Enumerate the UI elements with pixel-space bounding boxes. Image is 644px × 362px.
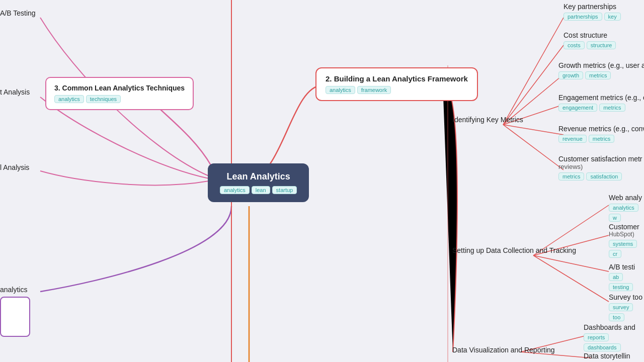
survey-tools-node: Survey too survey too [609,293,644,321]
mind-map-canvas: Lean Analytics analytics lean startup 2.… [0,0,644,362]
customer-crm-tags: systems cr [609,240,644,258]
tag-metrics-rev: metrics [589,135,614,143]
tag-costs: costs [564,41,585,49]
tag-w: w [609,214,621,222]
identifying-metrics-node: Identifying Key Metrics [452,116,523,124]
tag-key: key [604,13,621,21]
funnel-analysis-title: l Analysis [0,163,29,171]
tag-metrics-csat: metrics [558,172,584,180]
data-viz-node: Data Visualization and Reporting [452,346,555,354]
tag-revenue: revenue [558,135,587,143]
tag-dashboards: dashboards [584,343,621,351]
identifying-metrics-title: Identifying Key Metrics [452,116,523,124]
ab-testing-right-node: A/B testi ab testing [609,263,644,291]
engagement-metrics-node: Engagement metrics (e.g., c engagement m… [558,94,644,112]
tag-satisfaction: satisfaction [586,172,622,180]
framework-node-title: 2. Building a Lean Analytics Framework [326,74,468,83]
svg-line-10 [533,255,609,272]
cohort-analysis-node: t Analysis [0,88,30,96]
growth-metrics-title: Growth metrics (e.g., user a [558,61,644,69]
connections-svg [0,0,644,362]
svg-line-3 [503,45,564,125]
ab-testing-left-title: A/B Testing [0,9,36,17]
web-analytics-node: Web analy analytics w [609,194,644,222]
center-node-title: Lean Analytics [220,171,297,182]
tag-partnerships: partnerships [564,13,602,21]
customer-crm-node: Customer HubSpot) systems cr [609,223,644,258]
dashboards-title: Dashboards and [584,323,644,331]
setting-up-node: Setting up Data Collection and Tracking [452,246,576,254]
survey-tools-tags: survey too [609,303,644,321]
tag-techniques: techniques [86,95,121,103]
lean-analytics-left-title: analytics [0,286,30,294]
customer-crm-subtitle: HubSpot) [609,231,644,238]
tag-startup: startup [272,186,297,194]
svg-line-11 [533,255,609,302]
setting-up-title: Setting up Data Collection and Tracking [452,246,576,254]
tag-reports: reports [584,333,609,341]
dashboards-node: Dashboards and reports dashboards [584,323,644,351]
tag-growth: growth [558,71,583,79]
techniques-node-title: 3. Common Lean Analytics Techniques [54,84,185,92]
center-node-tags: analytics lean startup [220,186,297,194]
growth-metrics-tags: growth metrics [558,71,644,79]
tag-lean: lean [252,186,270,194]
revenue-metrics-node: Revenue metrics (e.g., conv revenue metr… [558,125,644,143]
tag-testing: testing [609,283,633,291]
framework-node-tags: analytics framework [326,86,468,94]
tag-analytics-web: analytics [609,204,638,212]
svg-line-6 [503,125,564,135]
tag-structure: structure [587,41,616,49]
key-partnerships-node: Key partnerships partnerships key [564,3,621,21]
key-partnerships-tags: partnerships key [564,13,621,21]
tag-analytics: analytics [220,186,250,194]
dashboards-tags: reports dashboards [584,333,644,351]
customer-satisfaction-node: Customer satisfaction metr reviews) metr… [558,155,642,180]
customer-crm-title: Customer [609,223,644,231]
survey-tools-title: Survey too [609,293,644,301]
engagement-metrics-tags: engagement metrics [558,104,644,112]
svg-line-7 [503,125,564,170]
cost-structure-title: Cost structure [564,31,616,39]
cohort-analysis-title: t Analysis [0,88,30,96]
revenue-metrics-tags: revenue metrics [558,135,644,143]
center-node[interactable]: Lean Analytics analytics lean startup [208,163,309,202]
ab-testing-right-tags: ab testing [609,273,644,291]
growth-metrics-node: Growth metrics (e.g., user a growth metr… [558,61,644,79]
data-storytelling-title: Data storytellin [584,352,630,360]
data-viz-title: Data Visualization and Reporting [452,346,555,354]
techniques-node-tags: analytics techniques [54,95,185,103]
tag-metrics-growth: metrics [585,71,611,79]
key-partnerships-title: Key partnerships [564,3,621,11]
ab-testing-left-node: A/B Testing [0,9,36,17]
customer-satisfaction-subtitle: reviews) [558,163,642,170]
engagement-metrics-title: Engagement metrics (e.g., c [558,94,644,102]
web-analytics-title: Web analy [609,194,644,202]
tag-systems: systems [609,240,637,248]
tag-framework: framework [357,86,391,94]
svg-line-2 [503,18,564,125]
cost-structure-tags: costs structure [564,41,616,49]
tag-metrics-eng: metrics [599,104,625,112]
lean-analytics-left-node: analytics [0,286,30,337]
customer-satisfaction-title: Customer satisfaction metr [558,155,642,163]
tag-analytics-fw: analytics [326,86,355,94]
web-analytics-tags: analytics w [609,204,644,222]
tag-cr: cr [609,250,621,258]
customer-satisfaction-tags: metrics satisfaction [558,172,642,180]
data-storytelling-node: Data storytellin [584,352,630,360]
tag-too: too [609,313,624,321]
techniques-node[interactable]: 3. Common Lean Analytics Techniques anal… [45,77,194,110]
ab-testing-right-title: A/B testi [609,263,644,271]
tag-engagement: engagement [558,104,597,112]
tag-survey: survey [609,303,633,311]
cost-structure-node: Cost structure costs structure [564,31,616,49]
funnel-analysis-node: l Analysis [0,163,29,171]
revenue-metrics-title: Revenue metrics (e.g., conv [558,125,644,133]
tag-ab: ab [609,273,623,281]
framework-node[interactable]: 2. Building a Lean Analytics Framework a… [315,67,478,101]
tag-analytics-tech: analytics [54,95,84,103]
